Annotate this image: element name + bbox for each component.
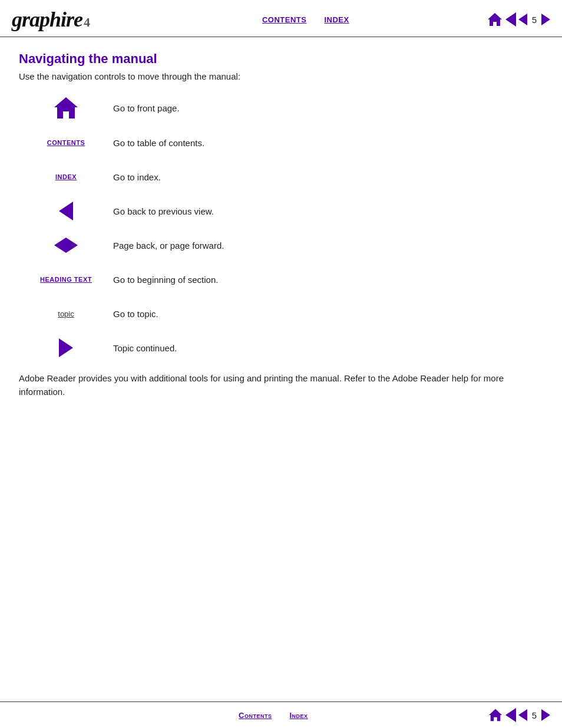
home-icon-footer: [488, 708, 503, 722]
back-button-header[interactable]: [505, 12, 516, 27]
home-description: Go to front page.: [113, 103, 180, 113]
prev-arrow-icon-footer: [518, 709, 527, 721]
home-icon-header: [487, 12, 503, 27]
footer-body-text: Adobe Reader provides you with additiona…: [19, 371, 543, 399]
arrow-pair-icon[interactable]: [54, 238, 78, 253]
prev-arrow-icon-header: [518, 14, 527, 25]
nav-items-list: Go to front page. CONTENTS Go to table o…: [31, 95, 543, 360]
contents-link-header[interactable]: CONTENTS: [262, 15, 307, 24]
prev-page-button-header[interactable]: [518, 14, 527, 25]
back-button-footer[interactable]: [505, 708, 516, 722]
contents-link-body[interactable]: CONTENTS: [47, 139, 85, 146]
nav-row-pages: Page back, or page forward.: [31, 233, 543, 257]
topic-link-body[interactable]: topic: [58, 309, 74, 318]
back-arrow-icon-footer: [505, 708, 516, 722]
prev-page-button-footer[interactable]: [518, 709, 527, 721]
heading-icon-cell: HEADING TEXT: [31, 276, 101, 283]
topic-description: Go to topic.: [113, 309, 158, 319]
pages-description: Page back, or page forward.: [113, 241, 224, 251]
header-nav: CONTENTS INDEX: [125, 15, 487, 24]
nav-row-topic: topic Go to topic.: [31, 302, 543, 325]
svg-marker-2: [489, 709, 502, 721]
topic-icon-cell: topic: [31, 309, 101, 318]
index-link-footer[interactable]: Index: [289, 711, 308, 720]
footer-controls: 5: [488, 708, 550, 722]
svg-marker-1: [54, 97, 78, 118]
contents-icon-cell: CONTENTS: [31, 139, 101, 146]
next-page-button-footer[interactable]: [541, 709, 550, 721]
back-description: Go back to previous view.: [113, 206, 214, 216]
home-button-header[interactable]: [487, 12, 503, 27]
page-number-header: 5: [532, 15, 537, 25]
left-arrow-shape: [54, 238, 66, 253]
back-arrow-icon-header: [505, 12, 516, 27]
nav-row-contents: CONTENTS Go to table of contents.: [31, 131, 543, 154]
page-number-footer: 5: [532, 710, 537, 720]
next-arrow-icon-header: [541, 14, 550, 25]
house-icon-large: [53, 95, 79, 120]
nav-row-home: Go to front page.: [31, 95, 543, 120]
right-arrow-shape: [66, 238, 78, 253]
heading-description: Go to beginning of section.: [113, 275, 218, 285]
main-content: Navigating the manual Use the navigation…: [0, 37, 562, 429]
logo: graphire4: [12, 7, 90, 32]
home-icon-large[interactable]: [53, 95, 79, 120]
index-icon-cell: INDEX: [31, 173, 101, 180]
arrow-pair-cell: [31, 238, 101, 253]
logo-area: graphire4: [12, 7, 90, 32]
next-page-button-header[interactable]: [541, 14, 550, 25]
back-icon-cell: [31, 202, 101, 220]
back-arrow-shape: [59, 202, 73, 220]
index-description: Go to index.: [113, 172, 161, 182]
forward-arrow-shape: [59, 338, 73, 357]
nav-row-continued: Topic continued.: [31, 336, 543, 360]
nav-row-index: INDEX Go to index.: [31, 165, 543, 189]
contents-link-footer[interactable]: Contents: [239, 711, 272, 720]
contents-description: Go to table of contents.: [113, 138, 204, 148]
intro-text: Use the navigation controls to move thro…: [19, 71, 543, 81]
index-link-header[interactable]: INDEX: [324, 15, 349, 24]
heading-link-body[interactable]: HEADING TEXT: [40, 276, 92, 283]
forward-arrow-large-icon[interactable]: [59, 338, 73, 357]
svg-marker-0: [488, 13, 502, 26]
continued-description: Topic continued.: [113, 343, 177, 353]
next-arrow-icon-footer: [541, 709, 550, 721]
forward-icon-cell: [31, 338, 101, 357]
footer-nav: Contents Index: [59, 711, 488, 720]
home-button-footer[interactable]: [488, 708, 503, 722]
nav-row-back: Go back to previous view.: [31, 199, 543, 223]
index-link-body[interactable]: INDEX: [55, 173, 77, 180]
page-title: Navigating the manual: [19, 51, 543, 67]
footer: Contents Index 5: [0, 701, 562, 728]
back-arrow-large-icon[interactable]: [59, 202, 73, 220]
header-controls: 5: [487, 12, 550, 27]
nav-row-heading: HEADING TEXT Go to beginning of section.: [31, 268, 543, 291]
header: graphire4 CONTENTS INDEX 5: [0, 0, 562, 37]
home-icon-cell: [31, 95, 101, 120]
